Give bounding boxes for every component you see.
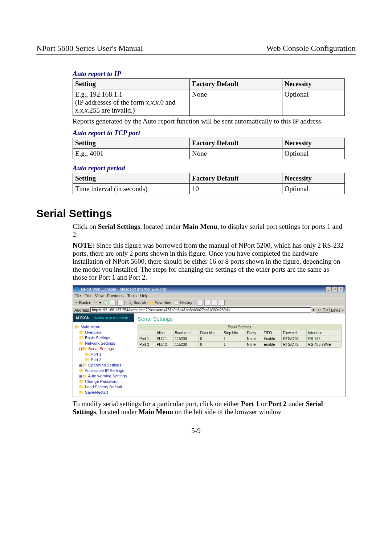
favorites-button[interactable]: ⭐Favorites (148, 300, 172, 305)
auto-report-ip-note: Reports generated by the Auto report fun… (73, 117, 345, 125)
ie-icon: 🌐 (74, 287, 79, 292)
cell-factory: 10 (190, 184, 282, 194)
th-necessity: Necessity (282, 173, 344, 184)
table-caption: Serial Settings (138, 324, 342, 330)
forward-button[interactable]: → ▾ (93, 300, 102, 305)
tree-auto-warning[interactable]: ⊞📁 Auto warning Settings (74, 373, 132, 379)
stop-icon[interactable] (103, 300, 109, 305)
setting-line2c: 0 and (160, 98, 176, 106)
tree-overview[interactable]: 📁 Overview (74, 330, 132, 335)
go-button[interactable]: ↩ Go (316, 307, 330, 313)
auto-report-ip-table: Setting Factory Default Necessity E.g., … (73, 78, 345, 116)
folder-icon: 📁 (79, 341, 84, 345)
menu-edit[interactable]: Edit (85, 293, 91, 298)
edit-icon[interactable] (212, 300, 217, 305)
links-label[interactable]: Links » (331, 308, 344, 312)
folder-icon: 📁 (85, 352, 90, 356)
folder-icon: 📁 (79, 390, 84, 394)
th-setting: Setting (73, 79, 190, 89)
setting-line1: E.g., 192.168.1.1 (75, 90, 122, 98)
th-necessity: Necessity (282, 79, 344, 89)
tree-serial-settings[interactable]: ⊟📂 Serial Settings (74, 346, 132, 352)
folder-icon: 📁 (85, 357, 90, 362)
maximize-button[interactable]: □ (332, 287, 338, 292)
folder-icon: 📂 (82, 347, 87, 351)
history-button[interactable]: 🕑History (173, 300, 193, 305)
tree-network-settings[interactable]: 📁 Network Settings (74, 341, 132, 346)
setting-line2b: x.x.x. (146, 98, 160, 106)
cell-necessity: Optional (282, 89, 344, 116)
serial-p3: To modify serial settings for a particul… (73, 400, 345, 416)
print-icon[interactable] (204, 300, 210, 305)
tree-main-menu[interactable]: 📂 Main Menu (74, 324, 132, 330)
mail-icon[interactable] (197, 300, 203, 305)
menu-file[interactable]: File (74, 293, 81, 298)
th-factory: Factory Default (190, 138, 282, 149)
folder-icon: 📁 (79, 368, 84, 373)
browser-window: 🌐NPort Web Console - Microsoft Internet … (73, 285, 346, 397)
address-dropdown-icon[interactable]: ▾ (313, 308, 315, 312)
tree-basic-settings[interactable]: 📁 Basic Settings (74, 335, 132, 341)
moxa-banner: MOXA www.moxa.com (73, 313, 134, 322)
col-baud: Baud rate (173, 330, 199, 336)
menu-tools[interactable]: Tools (127, 293, 137, 298)
titlebar: 🌐NPort Web Console - Microsoft Internet … (73, 285, 345, 293)
address-bar: Address http://192.168.127.254/home.htm?… (73, 306, 345, 313)
address-input[interactable]: http://192.168.127.254/home.htm?Password… (90, 307, 311, 313)
auto-report-ip-title: Auto report to IP (73, 70, 345, 78)
col-port (138, 330, 155, 336)
col-stopbits: Stop bits (222, 330, 245, 336)
table-row[interactable]: Port 2 PLC-2 115200 8 1 None Enable RTS/… (138, 342, 342, 348)
main-panel: Serial Settings Serial Settings Alias Ba… (134, 313, 345, 397)
th-factory: Factory Default (190, 173, 282, 184)
home-icon[interactable] (117, 300, 123, 305)
tree-save-restart[interactable]: 📁 Save/Restart (74, 390, 132, 395)
header-rule (36, 54, 356, 55)
cell-necessity: Optional (282, 149, 344, 159)
col-flow: Flow ctrl (282, 330, 307, 336)
header-left: NPort 5600 Series User's Manual (36, 44, 143, 53)
close-button[interactable]: × (338, 287, 344, 292)
table-row[interactable]: Port 1 PLC-1 115200 8 1 None Enable RTS/… (138, 336, 342, 342)
cell-setting: E.g., 4001 (73, 149, 190, 159)
page-number: 5-9 (36, 427, 356, 435)
cell-setting: E.g., 192.168.1.1 (IP addresses of the f… (73, 89, 190, 116)
toolbar: ⇦ Back ▾ → ▾ | 🔍Search ⭐Favorites 🕑Histo… (73, 299, 345, 306)
serial-settings-table: Serial Settings Alias Baud rate Data bit… (138, 324, 342, 348)
folder-icon: 📁 (82, 374, 87, 378)
window-title: NPort Web Console - Microsoft Internet E… (81, 287, 167, 291)
setting-line2d: x.x.x. (75, 106, 90, 114)
tree-accessible-ip[interactable]: 📁 Accessible IP Settings (74, 368, 132, 373)
tree-change-password[interactable]: 📁 Change Password (74, 379, 132, 384)
col-fifo: FIFO (262, 330, 282, 336)
search-button[interactable]: 🔍Search (127, 300, 147, 305)
auto-report-period-table: Setting Factory Default Necessity Time i… (73, 173, 345, 194)
tree-load-factory-default[interactable]: 📁 Load Factory Default (74, 384, 132, 390)
folder-icon: 📁 (82, 363, 87, 367)
moxa-url: www.moxa.com (94, 316, 129, 320)
th-setting: Setting (73, 138, 190, 149)
refresh-icon[interactable] (110, 300, 116, 305)
menu-help[interactable]: Help (140, 293, 148, 298)
tree-port-1[interactable]: 📁 Port 1 (74, 352, 132, 357)
panel-heading: Serial Settings (138, 316, 342, 322)
header-right: Web Console Configuration (266, 44, 356, 53)
back-button[interactable]: ⇦ Back ▾ (74, 300, 91, 305)
tree-port-2[interactable]: 📁 Port 2 (74, 357, 132, 362)
cell-factory: None (190, 89, 282, 116)
auto-report-period-title: Auto report period (73, 164, 345, 172)
auto-report-tcp-table: Setting Factory Default Necessity E.g., … (73, 138, 345, 159)
cell-necessity: Optional (282, 184, 344, 194)
folder-icon: 📂 (74, 325, 79, 329)
folder-icon: 📁 (79, 336, 84, 340)
tree-operating-settings[interactable]: ⊞📁 Operating Settings (74, 362, 132, 368)
setting-line2e: 255 are invalid.) (90, 106, 135, 114)
moxa-logo: MOXA (76, 316, 89, 320)
menu-view[interactable]: View (95, 293, 104, 298)
menu-favorites[interactable]: Favorites (107, 293, 123, 298)
minimize-button[interactable]: _ (326, 287, 331, 292)
serial-settings-heading: Serial Settings (36, 207, 356, 220)
nav-tree: 📂 Main Menu 📁 Overview 📁 Basic Settings … (74, 324, 132, 395)
discuss-icon[interactable] (219, 300, 225, 305)
folder-icon: 📁 (79, 330, 84, 335)
